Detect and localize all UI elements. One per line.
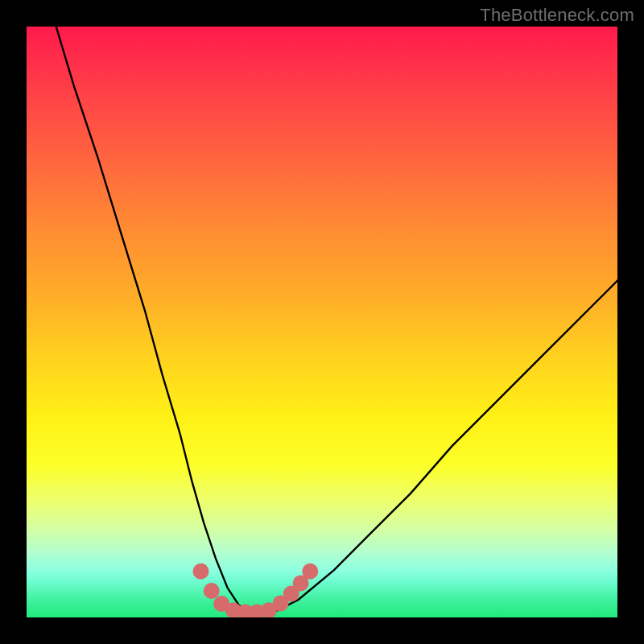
plot-area [27,27,617,617]
highlight-dots [193,564,319,617]
curve-layer [27,27,617,617]
highlight-dot [302,564,318,580]
bottleneck-curve [56,27,617,612]
highlight-dot [193,564,209,580]
chart-frame: TheBottleneck.com [0,0,644,644]
bottleneck-curve-path [56,27,617,612]
highlight-dot [204,583,220,599]
watermark-text: TheBottleneck.com [480,5,634,26]
